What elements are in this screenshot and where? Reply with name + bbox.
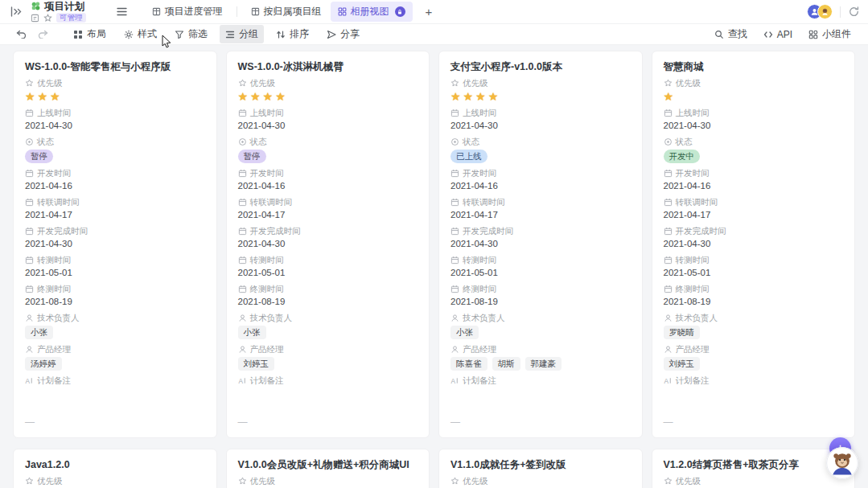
- card-field: 优先级★: [450, 476, 631, 488]
- record-card[interactable]: WS-1.0.0-智能零售柜与小程序版优先级★★★上线时间2021-04-30状…: [13, 51, 217, 438]
- avatar[interactable]: [817, 4, 833, 19]
- calendar-icon: [664, 285, 673, 293]
- field-label: 计划备注: [463, 375, 496, 386]
- record-card[interactable]: Java1.2.0优先级★★★上线时间2021-04-30: [13, 449, 217, 488]
- field-value: 2021-08-19: [450, 296, 631, 308]
- field-value: 2021-04-30: [450, 120, 631, 132]
- field-label: 上线时间: [37, 108, 71, 118]
- attachment-empty-dash: —: [25, 416, 205, 428]
- expand-sidebar-icon[interactable]: [8, 4, 24, 20]
- gallery-view-icon: [338, 7, 347, 16]
- field-label: 开发完成时间: [463, 226, 513, 236]
- layout-grid-icon: [73, 30, 83, 39]
- tab-divider: [237, 6, 237, 17]
- record-card[interactable]: 智慧商城优先级★上线时间2021-04-30状态开发中开发时间2021-04-1…: [652, 51, 856, 438]
- tab-lock-badge-icon: [395, 6, 405, 17]
- field-value: 2021-05-01: [25, 267, 205, 279]
- field-label: 产品经理: [37, 344, 71, 355]
- funnel-icon: [175, 30, 184, 39]
- field-label: 开发完成时间: [676, 226, 726, 236]
- card-field: A计划备注: [450, 375, 631, 407]
- add-view-button[interactable]: +: [426, 5, 433, 18]
- field-value: 2021-04-30: [25, 120, 205, 132]
- field-label: 上线时间: [250, 108, 284, 118]
- description-icon[interactable]: [31, 14, 39, 23]
- filter-button[interactable]: 筛选: [169, 25, 213, 43]
- search-button[interactable]: 查找: [709, 25, 753, 43]
- field-label: 开发时间: [250, 168, 284, 178]
- card-field: 状态已上线: [450, 137, 631, 163]
- card-field: 终测时间2021-08-19: [664, 284, 844, 308]
- tab-gallery-view[interactable]: 相册视图: [331, 2, 413, 22]
- select-icon: [25, 137, 34, 146]
- member-tag: 胡斯: [492, 357, 520, 371]
- tab-by-project-group[interactable]: 按归属项目组: [244, 2, 329, 22]
- card-field: 开发完成时间2021-04-30: [450, 226, 631, 250]
- tab-label: 按归属项目组: [264, 5, 322, 18]
- record-card[interactable]: V1.0.0会员改版+礼物赠送+积分商城UI优先级★★上线时间2021-04-3…: [226, 449, 430, 488]
- topbar: 项目计划 可管理 项目进度管理 按归属项目组 相册视图: [0, 0, 868, 24]
- field-label: 技术负责人: [676, 313, 718, 323]
- field-label: 状态: [250, 137, 267, 147]
- group-button[interactable]: 分组: [220, 25, 264, 43]
- field-label: 优先级: [250, 476, 276, 486]
- record-card[interactable]: V1.2.0结算页搭售+取茶页分享优先级★★上线时间2021-04-30: [652, 449, 856, 488]
- card-field: 开发完成时间2021-04-30: [664, 226, 844, 250]
- select-icon: [238, 137, 247, 146]
- collaborator-avatars[interactable]: [807, 4, 833, 19]
- star-icon: [238, 79, 247, 88]
- status-tag: 暂停: [25, 150, 53, 163]
- layout-button[interactable]: 布局: [68, 25, 112, 43]
- field-value: 2021-04-30: [450, 238, 631, 250]
- field-label: 计划备注: [676, 375, 710, 386]
- api-button[interactable]: API: [758, 27, 798, 43]
- search-icon: [714, 30, 724, 39]
- mascot-assistant-widget[interactable]: [826, 447, 858, 479]
- card-field: 产品经理刘婷玉: [664, 344, 844, 371]
- field-value: 2021-04-30: [25, 238, 205, 250]
- empty-note-area: [664, 386, 844, 407]
- member-tag: 陈嘉雀: [450, 357, 487, 371]
- calendar-icon: [238, 256, 247, 265]
- card-field: 转联调时间2021-04-17: [664, 197, 844, 221]
- card-field: 开发完成时间2021-04-30: [238, 226, 418, 250]
- card-field: 产品经理陈嘉雀胡斯郭建豪: [450, 344, 631, 371]
- widget-icon: [808, 30, 818, 39]
- tab-project-progress[interactable]: 项目进度管理: [145, 2, 230, 22]
- tab-label: 相册视图: [351, 5, 389, 18]
- field-label: 技术负责人: [37, 313, 80, 323]
- history-refresh-icon[interactable]: [848, 6, 860, 18]
- share-button[interactable]: 分享: [321, 25, 365, 43]
- card-title: V1.2.0结算页搭售+取茶页分享: [664, 458, 844, 471]
- field-label: 状态: [37, 137, 54, 147]
- record-card[interactable]: V1.1.0成就任务+签到改版优先级★上线时间2021-04-30: [438, 449, 643, 488]
- member-icon: [25, 345, 34, 354]
- style-button[interactable]: 样式: [118, 25, 162, 43]
- filter-label: 筛选: [188, 27, 208, 41]
- widget-button[interactable]: 小组件: [803, 25, 857, 43]
- redo-icon[interactable]: [38, 30, 48, 39]
- priority-stars: ★★★: [25, 90, 205, 103]
- status-tag: 开发中: [664, 150, 701, 163]
- record-card[interactable]: WS-1.0.0-冰淇淋机械臂优先级★★★★上线时间2021-04-30状态暂停…: [226, 51, 430, 438]
- calendar-icon: [238, 169, 247, 178]
- card-title: 支付宝小程序-v1.0.0版本: [450, 60, 631, 73]
- field-label: 终测时间: [37, 284, 71, 294]
- record-card[interactable]: 支付宝小程序-v1.0.0版本优先级★★★★上线时间2021-04-30状态已上…: [438, 51, 643, 438]
- favorite-star-icon[interactable]: [43, 14, 52, 23]
- sort-button[interactable]: 排序: [270, 25, 315, 43]
- field-label: 优先级: [250, 78, 276, 88]
- member-tag: 刘婷玉: [664, 357, 701, 371]
- field-label: 产品经理: [463, 344, 496, 355]
- star-icon: [664, 79, 673, 88]
- card-title: 智慧商城: [664, 60, 844, 73]
- calendar-icon: [25, 285, 34, 293]
- group-label: 分组: [239, 27, 258, 41]
- member-icon: [238, 345, 247, 354]
- text-icon: A: [450, 376, 459, 385]
- member-icon: [664, 314, 673, 322]
- view-list-menu-icon[interactable]: [117, 7, 127, 16]
- undo-icon[interactable]: [16, 30, 27, 39]
- card-field: 开发时间2021-04-16: [664, 168, 844, 192]
- card-field: 优先级★: [664, 78, 844, 103]
